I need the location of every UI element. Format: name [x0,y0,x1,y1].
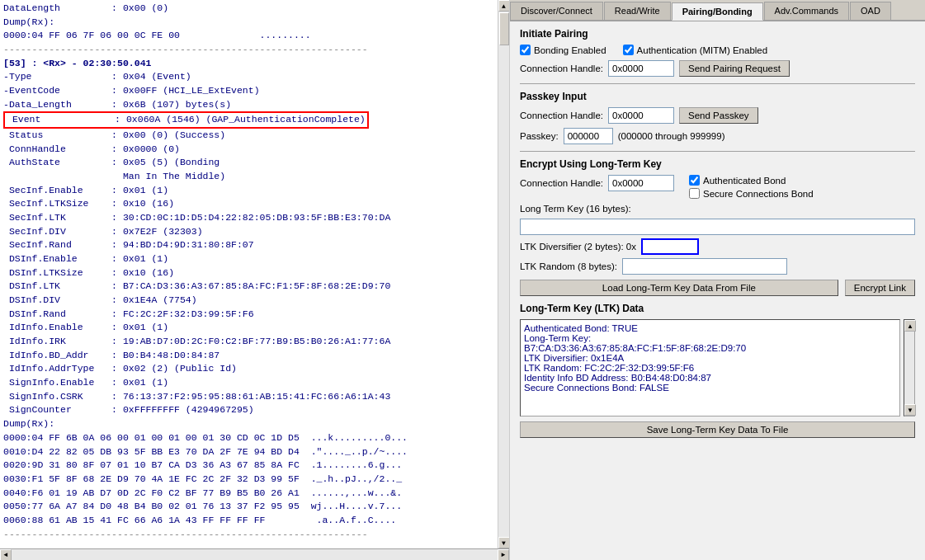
passkey-input-title: Passkey Input [520,91,915,102]
passkey-connection-handle-row: Connection Handle: Send Passkey [520,107,915,124]
send-pairing-request-button[interactable]: Send Pairing Request [679,60,790,77]
encrypt-top-row: Connection Handle: Authenticated Bond Se… [520,175,915,199]
auth-mitm-checkbox[interactable] [623,45,634,55]
log-scrollbar[interactable]: ▲ ▼ [498,0,509,548]
scroll-track[interactable] [498,12,510,537]
passkey-conn-handle-input[interactable] [608,107,674,124]
h-scroll-track[interactable] [12,549,498,561]
encrypt-conn-handle-input[interactable] [608,175,674,191]
scroll-right-arrow[interactable]: ► [498,549,509,561]
secure-connections-checkbox[interactable] [689,188,700,199]
encrypt-conn-handle-label: Connection Handle: [520,178,603,188]
ltk-random-input[interactable] [622,258,787,275]
encrypt-ltk-title: Encrypt Using Long-Term Key [520,158,915,170]
bottom-scrollbar[interactable]: ◄ ► [0,548,509,560]
auth-mitm-label: Authentication (MITM) Enabled [637,45,768,55]
ltk-diversifier-row: LTK Diversifier (2 bytes): 0x [520,238,915,255]
bonding-enabled-label: Bonding Enabled [534,45,606,55]
right-content: Initiate Pairing Bonding Enabled Authent… [510,21,925,560]
ltk-diversifier-input[interactable] [641,238,699,255]
ltk-scroll-track[interactable] [904,332,914,404]
ltk-scrollbar[interactable]: ▲ ▼ [904,319,915,416]
divider-1 [520,83,915,84]
ltk-data-title: Long-Term Key (LTK) Data [520,303,915,314]
left-log-panel: DataLength : 0x00 (0)Dump(Rx):0000:04 FF… [0,0,510,560]
tab-read-write[interactable]: Read/Write [604,2,671,20]
tab-discover-connect[interactable]: Discover/Connect [510,2,603,20]
auth-mitm-checkbox-row: Authentication (MITM) Enabled [623,45,768,55]
secure-connections-row: Secure Connections Bond [689,188,814,199]
secure-connections-label: Secure Connections Bond [703,189,814,199]
ltk-data-textarea[interactable] [520,319,900,416]
tab-bar: Discover/Connect Read/Write Pairing/Bond… [510,0,925,21]
bond-options: Authenticated Bond Secure Connections Bo… [689,175,814,199]
save-ltk-button[interactable]: Save Long-Term Key Data To File [520,421,915,438]
pairing-connection-handle-row: Connection Handle: Send Pairing Request [520,60,915,77]
scroll-down-arrow[interactable]: ▼ [498,537,510,548]
authenticated-bond-label: Authenticated Bond [703,176,786,186]
tab-adv-commands[interactable]: Adv.Commands [764,2,849,20]
ltk-label: Long Term Key (16 bytes): [520,204,631,214]
encrypt-buttons-row: Load Long-Term Key Data From File Encryp… [520,280,915,296]
passkey-range-label: (000000 through 999999) [618,131,725,141]
ltk-diversifier-label: LTK Diversifier (2 bytes): 0x [520,242,636,252]
pairing-conn-handle-input[interactable] [608,60,674,77]
pairing-conn-handle-label: Connection Handle: [520,64,603,73]
scroll-up-arrow[interactable]: ▲ [498,0,510,12]
ltk-label-row: Long Term Key (16 bytes): [520,203,915,214]
bonding-enabled-checkbox[interactable] [520,45,531,55]
bonding-enabled-checkbox-row: Bonding Enabled [520,45,606,55]
log-scroll-area[interactable]: DataLength : 0x00 (0)Dump(Rx):0000:04 FF… [0,0,498,548]
passkey-input[interactable] [564,128,613,144]
ltk-scroll-down[interactable]: ▼ [904,404,916,416]
authenticated-bond-row: Authenticated Bond [689,175,814,186]
scroll-left-arrow[interactable]: ◄ [0,549,12,561]
initiate-pairing-title: Initiate Pairing [520,28,915,40]
send-passkey-button[interactable]: Send Passkey [679,107,758,124]
load-ltk-button[interactable]: Load Long-Term Key Data From File [520,280,838,296]
scroll-thumb[interactable] [499,12,509,45]
tab-oad[interactable]: OAD [850,2,891,20]
ltk-input[interactable] [520,219,915,235]
encrypt-conn-handle-row: Connection Handle: [520,175,674,191]
divider-2 [520,151,915,152]
ltk-random-row: LTK Random (8 bytes): [520,258,915,275]
passkey-conn-handle-label: Connection Handle: [520,111,603,120]
authenticated-bond-checkbox[interactable] [689,175,700,186]
ltk-data-area: ▲ ▼ [520,319,915,416]
passkey-label: Passkey: [520,131,559,141]
ltk-scroll-up[interactable]: ▲ [904,320,916,332]
passkey-value-row: Passkey: (000000 through 999999) [520,128,915,144]
right-panel: Discover/Connect Read/Write Pairing/Bond… [510,0,925,560]
tab-pairing-bonding[interactable]: Pairing/Bonding [672,2,763,21]
encrypt-link-button[interactable]: Encrypt Link [845,280,915,296]
ltk-random-label: LTK Random (8 bytes): [520,261,617,271]
initiate-pairing-row: Bonding Enabled Authentication (MITM) En… [520,45,915,55]
